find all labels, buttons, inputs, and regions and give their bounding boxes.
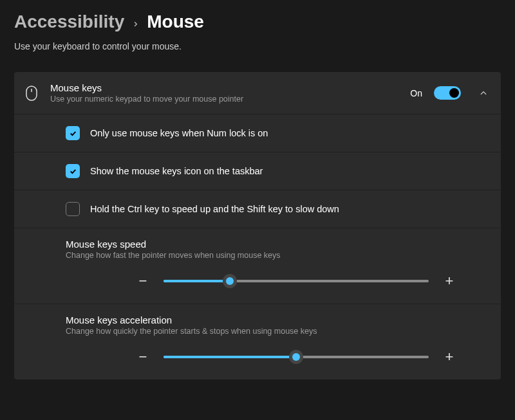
acceleration-subtitle: Change how quickly the pointer starts & …: [66, 327, 488, 336]
chevron-right-icon: [132, 16, 139, 31]
numlock-checkbox[interactable]: [66, 126, 80, 140]
speed-title: Mouse keys speed: [66, 239, 488, 250]
mouse-keys-subtitle: Use your numeric keypad to move your mou…: [50, 95, 398, 104]
breadcrumb-current: Mouse: [147, 12, 204, 32]
breadcrumb-parent[interactable]: Accessibility: [14, 12, 124, 32]
speed-increase-button[interactable]: +: [443, 274, 456, 288]
acceleration-increase-button[interactable]: +: [443, 350, 456, 364]
svg-rect-0: [26, 86, 37, 100]
speed-slider-fill: [164, 280, 230, 282]
acceleration-slider[interactable]: [164, 356, 429, 358]
speed-decrease-button[interactable]: −: [136, 274, 149, 288]
option-numlock-row: Only use mouse keys when Num lock is on: [14, 114, 501, 152]
numlock-label: Only use mouse keys when Num lock is on: [90, 128, 268, 138]
toggle-state-label: On: [410, 88, 422, 98]
speed-slider-thumb[interactable]: [223, 274, 237, 288]
option-taskbar-row: Show the mouse keys icon on the taskbar: [14, 152, 501, 190]
speed-subtitle: Change how fast the pointer moves when u…: [66, 251, 488, 260]
acceleration-title: Mouse keys acceleration: [66, 315, 488, 325]
mouse-icon: [24, 84, 39, 102]
speed-slider[interactable]: [164, 280, 429, 282]
ctrlshift-label: Hold the Ctrl key to speed up and the Sh…: [90, 204, 339, 214]
taskbar-label: Show the mouse keys icon on the taskbar: [90, 166, 263, 176]
speed-section: Mouse keys speed Change how fast the poi…: [14, 228, 501, 304]
acceleration-slider-fill: [164, 356, 296, 358]
mouse-keys-header[interactable]: Mouse keys Use your numeric keypad to mo…: [14, 72, 501, 114]
breadcrumb: Accessibility Mouse: [14, 12, 501, 32]
mouse-keys-toggle[interactable]: [434, 86, 461, 100]
mouse-keys-title: Mouse keys: [50, 82, 398, 93]
acceleration-decrease-button[interactable]: −: [136, 350, 149, 364]
ctrlshift-checkbox[interactable]: [66, 202, 80, 216]
chevron-up-icon[interactable]: [479, 89, 488, 98]
taskbar-checkbox[interactable]: [66, 164, 80, 178]
page-description: Use your keyboard to control your mouse.: [14, 41, 501, 51]
option-ctrlshift-row: Hold the Ctrl key to speed up and the Sh…: [14, 190, 501, 228]
acceleration-section: Mouse keys acceleration Change how quick…: [14, 304, 501, 379]
acceleration-slider-thumb[interactable]: [289, 350, 303, 364]
mouse-keys-panel: Mouse keys Use your numeric keypad to mo…: [14, 72, 501, 379]
